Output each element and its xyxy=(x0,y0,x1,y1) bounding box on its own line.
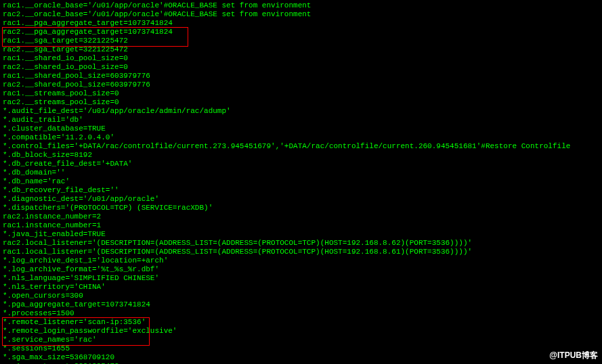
terminal-line: *.db_block_size=8192 xyxy=(3,151,599,160)
terminal-line: rac1.__oracle_base='/u01/app/oracle'#ORA… xyxy=(3,1,599,10)
terminal-line: *.cluster_database=TRUE xyxy=(3,124,599,133)
terminal-line: rac2.local_listener='(DESCRIPTION=(ADDRE… xyxy=(3,239,599,248)
terminal-line: *.processes=1500 xyxy=(3,309,599,318)
terminal-line: *.db_recovery_file_dest='' xyxy=(3,186,599,195)
terminal-line: *.java_jit_enabled=TRUE xyxy=(3,230,599,239)
terminal-line: *.db_create_file_dest='+DATA' xyxy=(3,160,599,168)
watermark-label: @ITPUB博客 xyxy=(549,351,598,360)
terminal-line: rac2.__streams_pool_size=0 xyxy=(3,98,599,107)
terminal-line: *.control_files='+DATA/rac/controlfile/c… xyxy=(3,142,599,151)
terminal-line: rac2.__shared_pool_size=603979776 xyxy=(3,81,599,89)
terminal-line: rac1.__shared_pool_size=603979776 xyxy=(3,72,599,81)
terminal-line: rac2.__shared_io_pool_size=0 xyxy=(3,63,599,72)
terminal-line: *.pga_aggregate_target=1073741824 xyxy=(3,300,599,309)
terminal-line: *.audit_trail='db' xyxy=(3,116,599,124)
terminal-line: rac2.__pga_aggregate_target=1073741824 xyxy=(3,28,599,37)
terminal-line: *.open_cursors=300 xyxy=(3,292,599,300)
terminal-line: *.log_archive_format='%t_%s_%r.dbf' xyxy=(3,265,599,274)
terminal-line: *.remote_login_passwordfile='exclusive' xyxy=(3,327,599,336)
terminal-line: rac1.instance_number=1 xyxy=(3,221,599,230)
terminal-line: *.dispatchers='(PROTOCOL=TCP) (SERVICE=r… xyxy=(3,204,599,212)
terminal-line: *.nls_language='SIMPLIFIED CHINESE' xyxy=(3,274,599,283)
terminal-line: *.remote_listener='scan-ip:3536' xyxy=(3,318,599,327)
terminal-line: *.db_domain='' xyxy=(3,168,599,177)
terminal-line: *.db_name='rac' xyxy=(3,177,599,186)
terminal-line: rac1.__sga_target=3221225472 xyxy=(3,37,599,45)
terminal-line: *.compatible='11.2.0.4.0' xyxy=(3,133,599,142)
terminal-line: *.log_archive_dest_1='location=+arch' xyxy=(3,256,599,265)
terminal-line: *.sga_max_size=5368709120 xyxy=(3,353,599,362)
terminal-line: rac1.__streams_pool_size=0 xyxy=(3,89,599,98)
terminal-line: rac2.__oracle_base='/u01/app/oracle'#ORA… xyxy=(3,10,599,19)
terminal-line: *.sessions=1655 xyxy=(3,344,599,353)
terminal-line: *.diagnostic_dest='/u01/app/oracle' xyxy=(3,195,599,204)
terminal-line: rac1.__pga_aggregate_target=1073741824 xyxy=(3,19,599,28)
terminal-line: rac2.__sga_target=3221225472 xyxy=(3,45,599,54)
terminal-line: rac1.__shared_io_pool_size=0 xyxy=(3,54,599,63)
terminal-line: *.nls_territory='CHINA' xyxy=(3,283,599,292)
terminal-line: *.service_names='rac' xyxy=(3,336,599,344)
terminal-line: rac1.local_listener='(DESCRIPTION=(ADDRE… xyxy=(3,248,599,256)
terminal-line: *.audit_file_dest='/u01/app/oracle/admin… xyxy=(3,107,599,116)
terminal-output: rac1.__oracle_base='/u01/app/oracle'#ORA… xyxy=(3,1,599,364)
terminal-line: rac2.instance_number=2 xyxy=(3,212,599,221)
